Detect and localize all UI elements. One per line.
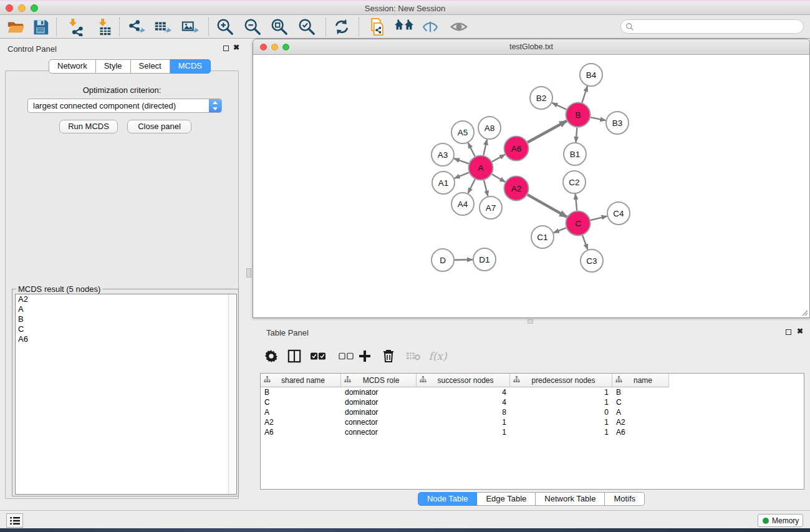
- node-A6[interactable]: A6: [504, 137, 529, 161]
- node-C1[interactable]: C1: [531, 226, 554, 248]
- cell-shared-name[interactable]: A6: [261, 427, 341, 437]
- cell-name[interactable]: A2: [612, 417, 669, 427]
- cell-successor-nodes[interactable]: 1: [417, 427, 510, 437]
- result-list-scrollbar[interactable]: [228, 294, 236, 494]
- memory-button[interactable]: Memory: [758, 514, 803, 527]
- cell-successor-nodes[interactable]: 1: [417, 417, 510, 427]
- tab-network[interactable]: Network: [49, 59, 96, 74]
- divider-grip[interactable]: [246, 268, 251, 278]
- tab-mcds[interactable]: MCDS: [170, 59, 211, 74]
- float-panel-icon[interactable]: [223, 46, 229, 51]
- node-A7[interactable]: A7: [480, 196, 502, 219]
- hide-panel-icon[interactable]: [420, 17, 440, 36]
- export-table-icon[interactable]: [153, 17, 173, 36]
- table-close-icon[interactable]: ✖: [797, 327, 803, 336]
- close-panel-button[interactable]: Close panel: [127, 120, 191, 133]
- cell-shared-name[interactable]: C: [261, 397, 341, 407]
- network-window-titlebar[interactable]: testGlobe.txt: [253, 39, 809, 55]
- select-all-icon[interactable]: [307, 346, 329, 366]
- zoom-out-icon[interactable]: [243, 17, 263, 36]
- tab-node-table[interactable]: Node Table: [418, 492, 478, 506]
- node-B2[interactable]: B2: [530, 87, 552, 109]
- split-view-icon[interactable]: [284, 346, 305, 366]
- zoom-fit-icon[interactable]: [269, 17, 289, 36]
- export-image-icon[interactable]: [180, 17, 200, 36]
- column-header-name[interactable]: name: [612, 374, 669, 387]
- close-panel-icon[interactable]: ✖: [233, 43, 239, 52]
- tab-network-table[interactable]: Network Table: [536, 492, 605, 506]
- node-C2[interactable]: C2: [563, 171, 586, 193]
- tab-style[interactable]: Style: [96, 59, 131, 74]
- cell-mcds-role[interactable]: dominator: [341, 387, 417, 397]
- cell-mcds-role[interactable]: connector: [341, 427, 417, 437]
- cell-mcds-role[interactable]: dominator: [341, 397, 417, 407]
- edge-C-C2[interactable]: [576, 194, 577, 211]
- edge-A-A5[interactable]: [468, 143, 475, 157]
- show-panel-icon[interactable]: [449, 17, 469, 36]
- edge-A-A2[interactable]: [492, 174, 506, 181]
- node-B1[interactable]: B1: [564, 143, 586, 165]
- import-network-icon[interactable]: [66, 17, 86, 36]
- search-field[interactable]: [620, 19, 804, 34]
- edge-C-C4[interactable]: [591, 216, 607, 221]
- mcds-result-list[interactable]: A2ABCA6: [15, 294, 237, 495]
- node-B[interactable]: B: [566, 103, 591, 127]
- edge-A2-C[interactable]: [528, 195, 567, 217]
- edge-A-A4[interactable]: [468, 179, 475, 193]
- cell-successor-nodes[interactable]: 8: [417, 407, 510, 417]
- result-item[interactable]: A: [16, 304, 236, 314]
- table-float-icon[interactable]: [786, 329, 791, 335]
- node-C4[interactable]: C4: [607, 202, 630, 225]
- edge-A-A1[interactable]: [455, 173, 469, 178]
- table-row[interactable]: Cdominator41C: [261, 397, 804, 407]
- table-row[interactable]: Adominator80A: [261, 407, 804, 417]
- node-A1[interactable]: A1: [432, 172, 455, 194]
- edge-B-B4[interactable]: [582, 86, 587, 102]
- cell-shared-name[interactable]: A: [261, 407, 341, 417]
- table-row[interactable]: A2connector11A2: [261, 417, 804, 427]
- open-session-icon[interactable]: [6, 17, 26, 36]
- delete-column-icon[interactable]: [378, 346, 399, 366]
- cell-name[interactable]: B: [612, 387, 669, 397]
- zoom-in-icon[interactable]: [215, 17, 235, 36]
- cell-shared-name[interactable]: B: [261, 387, 341, 397]
- result-item[interactable]: B: [16, 314, 236, 324]
- node-D[interactable]: D: [432, 249, 454, 271]
- run-mcds-button[interactable]: Run MCDS: [59, 120, 118, 133]
- node-C3[interactable]: C3: [581, 249, 603, 272]
- clone-network-icon[interactable]: [367, 17, 387, 36]
- edge-B-B2[interactable]: [552, 103, 566, 110]
- node-D1[interactable]: D1: [473, 248, 496, 271]
- edge-B-B3[interactable]: [591, 117, 605, 120]
- edge-A-A8[interactable]: [483, 140, 487, 155]
- node-B4[interactable]: B4: [580, 64, 602, 86]
- cell-mcds-role[interactable]: connector: [341, 417, 417, 427]
- cell-name[interactable]: A6: [612, 427, 669, 437]
- deselect-all-icon[interactable]: [335, 346, 357, 366]
- table-row[interactable]: Bdominator41B: [261, 387, 804, 397]
- cell-predecessor-nodes[interactable]: 1: [510, 397, 612, 407]
- edge-C-C3[interactable]: [582, 235, 587, 249]
- cell-predecessor-nodes[interactable]: 1: [510, 427, 612, 437]
- result-item[interactable]: A6: [16, 334, 236, 344]
- edge-A-A7[interactable]: [484, 180, 488, 196]
- tab-motifs[interactable]: Motifs: [605, 492, 645, 506]
- column-header-shared-name[interactable]: shared name: [261, 374, 341, 387]
- graph-nodes[interactable]: B4B2BB3A8A5A6B1A3AA1C2A2A4A7C4CC1C3DD1: [432, 64, 630, 272]
- column-header-successor-nodes[interactable]: successor nodes: [417, 374, 510, 387]
- edge-A-A3[interactable]: [454, 158, 469, 163]
- edge-A6-B[interactable]: [528, 121, 567, 142]
- column-header-mcds-role[interactable]: MCDS role: [341, 374, 417, 387]
- add-column-icon[interactable]: [354, 346, 375, 366]
- resize-grip-icon[interactable]: [801, 309, 808, 316]
- cell-predecessor-nodes[interactable]: 0: [510, 407, 612, 417]
- cell-mcds-role[interactable]: dominator: [341, 407, 417, 417]
- column-header-predecessor-nodes[interactable]: predecessor nodes: [510, 374, 612, 387]
- criterion-dropdown[interactable]: largest connected component (directed): [27, 99, 222, 113]
- tab-edge-table[interactable]: Edge Table: [477, 492, 536, 506]
- table-row[interactable]: A6connector11A6: [261, 427, 804, 437]
- refresh-icon[interactable]: [332, 17, 352, 36]
- cell-predecessor-nodes[interactable]: 1: [510, 417, 612, 427]
- node-A5[interactable]: A5: [451, 121, 474, 143]
- node-table[interactable]: shared nameMCDS rolesuccessor nodesprede…: [260, 373, 804, 490]
